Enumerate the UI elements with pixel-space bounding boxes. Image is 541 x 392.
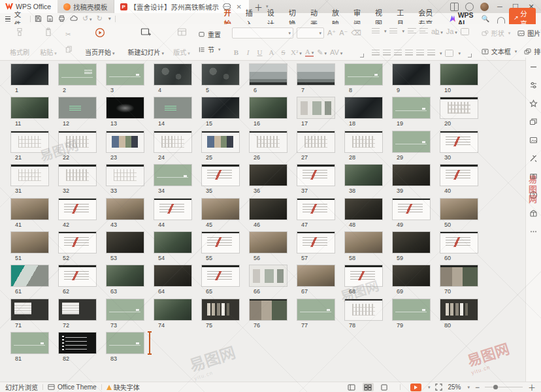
slide-thumbnail-10[interactable] (440, 64, 478, 85)
zoom-slider-knob[interactable] (493, 385, 498, 389)
section-button[interactable]: 节▾ (197, 44, 223, 55)
decrease-font-button[interactable]: A⁻ (339, 29, 348, 37)
slide-thumbnail-36[interactable] (250, 165, 287, 186)
italic-button[interactable]: I (244, 48, 252, 56)
slide-thumbnail-77[interactable] (297, 299, 335, 320)
slide-thumbnail-18[interactable] (345, 97, 382, 118)
increase-indent-icon[interactable] (419, 28, 428, 35)
increase-font-button[interactable]: A⁺ (327, 29, 336, 37)
slide-thumbnail-39[interactable] (393, 165, 430, 186)
member-hat-icon[interactable] (497, 17, 505, 24)
slide-thumbnail-30[interactable] (440, 131, 478, 152)
slide-thumbnail-35[interactable] (202, 165, 239, 186)
slide-thumbnail-54[interactable] (154, 232, 191, 253)
justify-icon[interactable] (405, 50, 413, 57)
slide-thumbnail-42[interactable] (59, 199, 96, 220)
cloud-sync-icon[interactable] (70, 15, 78, 22)
slide-thumbnail-4[interactable] (154, 64, 191, 85)
qat-more-icon[interactable]: ▾ (108, 16, 111, 22)
vertical-text-icon[interactable]: Ja▾ (446, 27, 457, 35)
fit-window-icon[interactable] (435, 384, 442, 391)
slide-thumbnail-80[interactable] (440, 299, 478, 320)
font-color-button[interactable]: A▾ (305, 48, 314, 57)
zoom-level[interactable]: 25% (448, 384, 461, 391)
slide-thumbnail-48[interactable] (345, 199, 382, 220)
toolbox-icon[interactable] (529, 154, 538, 163)
slide-thumbnail-58[interactable] (345, 232, 382, 253)
numbered-list-icon[interactable] (389, 28, 397, 35)
zoom-in-button[interactable]: ＋ (528, 382, 536, 392)
slide-thumbnail-43[interactable] (107, 199, 144, 220)
slide-thumbnail-34[interactable] (154, 165, 191, 186)
slide-thumbnail-62[interactable] (59, 265, 96, 286)
font-dialog-launcher[interactable] (360, 54, 364, 57)
convert-smartart-icon[interactable] (461, 28, 469, 35)
view-mode-label[interactable]: 幻灯片浏览 (5, 382, 38, 392)
slide-thumbnail-41[interactable] (11, 199, 48, 220)
slide-thumbnail-15[interactable] (202, 97, 239, 118)
slide-thumbnail-20[interactable] (440, 97, 478, 118)
slide-thumbnail-73[interactable] (107, 299, 144, 320)
print-icon[interactable] (58, 15, 65, 22)
slide-thumbnail-66[interactable] (250, 265, 287, 286)
slide-thumbnail-3[interactable] (107, 64, 144, 85)
collapse-icon[interactable] (529, 63, 538, 71)
hamburger-menu-icon[interactable] (5, 16, 10, 22)
copy-button[interactable] (63, 45, 74, 54)
play-from-current-button[interactable]: 当页开始▾ (82, 25, 118, 58)
slide-thumbnail-71[interactable] (11, 299, 48, 320)
slide-thumbnail-2[interactable] (59, 64, 96, 85)
text-direction-icon[interactable]: ab̲▾ (431, 27, 443, 35)
slideshow-play-button[interactable] (410, 384, 421, 391)
slide-sorter-view-button[interactable] (363, 383, 374, 391)
slide-thumbnail-5[interactable] (202, 64, 239, 85)
slide-thumbnail-22[interactable] (59, 131, 96, 152)
shapes-button[interactable]: 形状▾ (480, 27, 513, 39)
skin-settings-icon[interactable] (465, 3, 474, 11)
slide-thumbnail-59[interactable] (393, 232, 430, 253)
slide-thumbnail-52[interactable] (59, 232, 96, 253)
slide-thumbnail-38[interactable] (345, 165, 382, 186)
slide-thumbnail-9[interactable] (393, 64, 430, 85)
slide-thumbnail-60[interactable] (440, 232, 478, 253)
export-pdf-icon[interactable] (46, 15, 54, 22)
slide-thumbnail-1[interactable] (11, 64, 48, 85)
highlight-color-button[interactable]: ✎▾ (317, 48, 327, 57)
slideshow-play-dropdown-icon[interactable]: ▾ (428, 385, 431, 390)
tab-docer-template[interactable]: 找稿壳模板 (57, 0, 114, 13)
shapes-library-icon[interactable] (529, 118, 538, 126)
slide-thumbnail-53[interactable] (107, 232, 144, 253)
slide-thumbnail-17[interactable] (297, 97, 335, 118)
theme-name[interactable]: Office Theme (57, 384, 97, 391)
slide-thumbnail-24[interactable] (154, 131, 191, 152)
slide-thumbnail-47[interactable] (297, 199, 335, 220)
image-library-icon[interactable] (529, 136, 538, 144)
strikethrough-button[interactable]: S (279, 48, 287, 56)
slide-thumbnail-32[interactable] (59, 165, 96, 186)
slide-thumbnail-7[interactable] (297, 64, 335, 85)
slide-thumbnail-19[interactable] (393, 97, 430, 118)
align-right-icon[interactable] (394, 50, 402, 57)
slide-thumbnail-6[interactable] (250, 64, 287, 85)
slide-thumbnail-12[interactable] (59, 97, 96, 118)
reading-view-button[interactable] (379, 383, 390, 391)
slide-thumbnail-8[interactable] (345, 64, 382, 85)
align-left-icon[interactable] (372, 50, 380, 57)
slide-thumbnail-72[interactable] (59, 299, 96, 320)
slide-thumbnail-37[interactable] (297, 165, 335, 186)
align-center-icon[interactable] (383, 50, 391, 57)
slide-thumbnail-46[interactable] (250, 199, 287, 220)
slide-thumbnail-28[interactable] (345, 131, 382, 152)
redo-icon[interactable]: ↻ (97, 14, 103, 23)
split-window-icon[interactable] (450, 3, 459, 11)
slide-thumbnail-40[interactable] (440, 165, 478, 186)
wps-home-button[interactable]: WPS Office (0, 0, 57, 13)
slide-layout-button[interactable]: 版式▾ (168, 25, 195, 58)
zoom-out-button[interactable]: − (475, 383, 480, 392)
save-icon[interactable] (35, 15, 42, 22)
cut-button[interactable]: ✂ (63, 30, 74, 39)
zoom-slider[interactable] (485, 387, 523, 388)
rewards-icon[interactable] (529, 209, 538, 218)
slide-thumbnail-61[interactable] (11, 265, 48, 286)
textbox-button[interactable]: 文本框▾ (480, 46, 519, 57)
